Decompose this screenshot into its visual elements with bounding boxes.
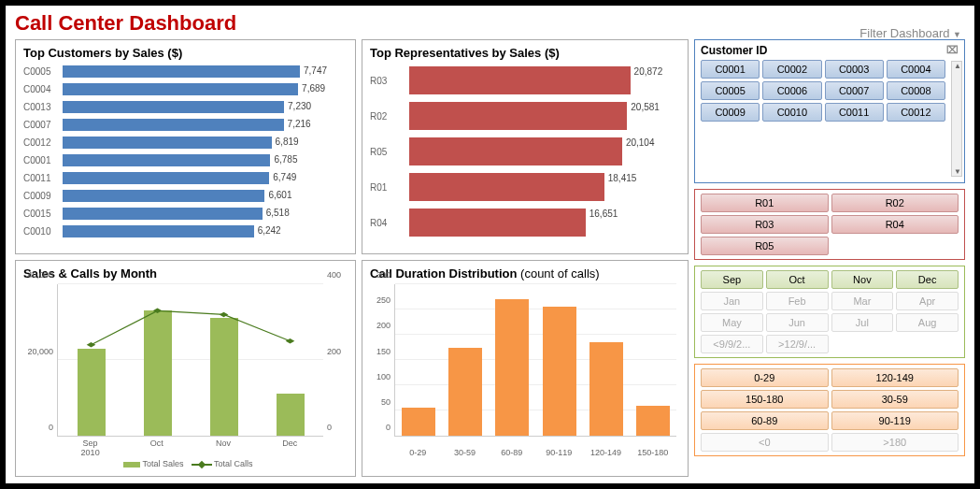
slicer-chip[interactable]: >180 — [831, 433, 959, 452]
slicer-chip[interactable]: Oct — [766, 270, 829, 289]
bar-row: R0320,872 — [370, 64, 680, 97]
x-tick: Nov — [205, 439, 242, 457]
slicer-chip[interactable]: Aug — [896, 313, 959, 332]
legend-calls: Total Calls — [214, 459, 253, 468]
bar-value: 20,581 — [627, 102, 660, 112]
bar-value: 6,819 — [272, 137, 299, 147]
slicer-duration: 0-29120-149150-18030-5960-8990-119<0>180 — [694, 364, 965, 456]
slicer-chip[interactable]: 60-89 — [701, 411, 829, 430]
y-tick: 50 — [381, 397, 391, 407]
slicer-chip[interactable]: Sep — [701, 270, 763, 289]
bar-row: C00106,242 — [23, 223, 348, 239]
clear-filter-icon[interactable]: ⌧ — [946, 44, 959, 57]
slicer-chip[interactable]: Jul — [831, 313, 894, 332]
bar-value: 7,689 — [298, 83, 325, 93]
y-tick: 150 — [376, 347, 391, 356]
bar — [277, 394, 305, 436]
slicer-chip[interactable]: May — [701, 313, 763, 332]
bar-value: 6,242 — [254, 225, 281, 236]
slicer-chip[interactable]: R01 — [701, 194, 829, 212]
bar-value: 7,216 — [284, 119, 311, 129]
slicer-chip[interactable]: 150-180 — [701, 390, 829, 409]
slicer-chip[interactable]: C0012 — [887, 103, 945, 122]
bar-value: 20,104 — [622, 137, 655, 148]
slicer-chip[interactable]: R04 — [831, 215, 959, 234]
bar-row: R0416,651 — [370, 206, 680, 239]
bar — [409, 102, 627, 130]
panel-title: Top Representatives by Sales ($) — [370, 46, 680, 60]
panel-sales-calls: Sales & Calls by Month 020,00040,000 020… — [15, 260, 356, 477]
bar-category: C0015 — [23, 209, 63, 219]
slicer-chip[interactable]: C0009 — [701, 103, 760, 122]
y-tick: 40,000 — [27, 270, 53, 280]
slicer-chip[interactable]: >12/9/... — [766, 335, 829, 353]
bar-row: R0520,104 — [370, 135, 680, 168]
slicer-rep: R01R02R03R04R05 — [694, 189, 965, 260]
bar-value: 18,415 — [604, 173, 637, 183]
slicer-title: Customer ID — [701, 44, 767, 57]
bar — [409, 173, 604, 201]
bar-row: C00126,819 — [23, 135, 348, 151]
bar-category: R03 — [370, 76, 409, 86]
slicer-chip[interactable]: 90-119 — [831, 411, 959, 430]
slicer-chip[interactable]: Feb — [766, 292, 829, 310]
bar — [589, 342, 623, 436]
legend: Total Sales Total Calls — [23, 459, 348, 468]
bar — [63, 154, 270, 166]
bar-category: C0004 — [23, 84, 63, 94]
slicer-chip[interactable]: R05 — [701, 237, 829, 255]
bar — [63, 208, 263, 220]
bar-value: 16,651 — [586, 209, 618, 219]
bar — [63, 225, 254, 237]
bar-row: C00096,601 — [23, 188, 348, 204]
slicer-chip[interactable]: 0-29 — [701, 368, 829, 387]
bar-row: R0118,415 — [370, 170, 680, 204]
bar-row: C00047,689 — [23, 81, 348, 97]
chart-top-customers: C00057,747C00047,689C00137,230C00077,216… — [23, 64, 348, 239]
panel-top-reps: Top Representatives by Sales ($) R0320,8… — [362, 39, 689, 254]
slicer-chip[interactable]: C0002 — [762, 60, 821, 79]
slicer-chip[interactable]: C0003 — [825, 60, 884, 79]
bar — [636, 406, 670, 436]
y-tick: 400 — [327, 270, 341, 280]
slicer-chip[interactable]: C0008 — [887, 81, 945, 100]
slicer-chip[interactable]: C0010 — [762, 103, 821, 122]
slicer-chip[interactable]: C0006 — [762, 81, 821, 100]
bar-row: C00116,749 — [23, 170, 348, 186]
scrollbar[interactable] — [951, 61, 962, 177]
bar-category: C0005 — [23, 66, 63, 77]
y-tick: 100 — [376, 372, 391, 381]
slicer-chip[interactable]: <9/9/2... — [701, 335, 763, 353]
slicer-chip[interactable]: R03 — [701, 215, 829, 234]
bar-category: R05 — [370, 147, 409, 157]
slicer-chip[interactable]: Nov — [831, 270, 894, 289]
slicer-chip[interactable]: C0007 — [825, 81, 884, 100]
bar-row: C00016,785 — [23, 152, 348, 168]
panel-title: Sales & Calls by Month — [23, 266, 348, 280]
slicer-chip[interactable]: Jan — [701, 292, 763, 310]
x-tick: 120-149 — [587, 448, 624, 457]
x-tick: Dec — [271, 439, 308, 457]
slicer-chip[interactable]: <0 — [701, 433, 829, 452]
slicer-customer-id: Customer ID ⌧ C0001C0002C0003C0004C0005C… — [694, 39, 965, 183]
slicer-chip[interactable]: C0001 — [701, 60, 760, 79]
slicer-chip[interactable]: Mar — [831, 292, 894, 310]
bar-category: C0012 — [23, 137, 63, 148]
bar-category: C0001 — [23, 155, 63, 165]
slicer-chip[interactable]: C0005 — [701, 81, 760, 100]
slicer-chip[interactable]: C0011 — [825, 103, 884, 122]
bar-category: C0007 — [23, 120, 63, 130]
filter-dashboard-link[interactable]: Filter Dashboard ▼ — [859, 26, 961, 40]
y-tick: 0 — [386, 423, 391, 432]
slicer-chip[interactable]: C0004 — [887, 60, 945, 79]
slicer-chip[interactable]: R02 — [831, 194, 959, 212]
slicer-chip[interactable]: Apr — [896, 292, 959, 310]
chart-call-duration: 050100150200250300 0-2930-5960-8990-1191… — [370, 284, 680, 457]
slicer-chip[interactable]: Jun — [766, 313, 829, 332]
bar-row: C00057,747 — [23, 64, 348, 79]
slicer-chip[interactable]: 120-149 — [831, 368, 959, 387]
slicer-chip[interactable]: Dec — [896, 270, 959, 289]
slicer-chip[interactable]: 30-59 — [831, 390, 959, 409]
x-tick: 0-29 — [399, 448, 436, 457]
bar — [63, 137, 272, 149]
